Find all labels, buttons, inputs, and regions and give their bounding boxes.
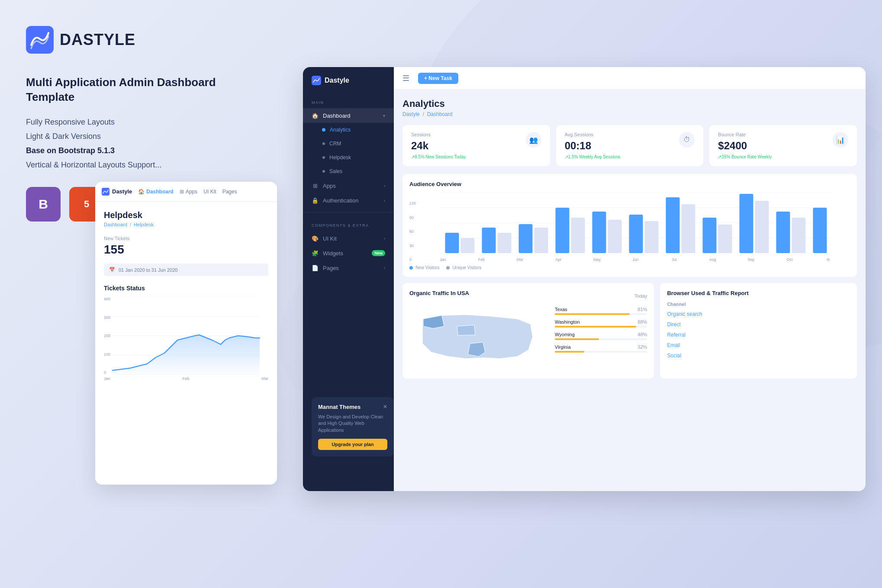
sidebar-divider: [303, 212, 394, 212]
map-container: Texas 81% Washington 88%: [409, 307, 647, 372]
svg-rect-12: [482, 228, 496, 253]
main-dashboard-mockup: Dastyle MAIN 🏠 Dashboard ▾ Analytics CRM…: [303, 67, 866, 491]
hd-nav-uikit[interactable]: UI Kit: [203, 189, 216, 195]
browser-traffic-card: Browser Used & Traffic Report Channel Or…: [660, 283, 857, 379]
sales-bullet: [322, 170, 325, 173]
hd-label-jan: Jan: [104, 376, 110, 381]
new-badge: New: [372, 250, 385, 256]
feature-dark: Light & Dark Versions: [26, 132, 251, 141]
main-content-area: ☰ + New Task Analytics Dastyle / Dashboa…: [394, 67, 866, 491]
sidebar: Dastyle MAIN 🏠 Dashboard ▾ Analytics CRM…: [303, 67, 394, 491]
channel-direct[interactable]: Direct: [667, 321, 850, 328]
pages-icon: 📄: [312, 264, 319, 271]
avg-label: Avg.Sessions: [565, 132, 621, 137]
today-dropdown[interactable]: Today: [634, 293, 647, 299]
sidebar-item-analytics[interactable]: Analytics: [303, 123, 394, 137]
channel-referral[interactable]: Referral: [667, 332, 850, 338]
channel-organic[interactable]: Organic search: [667, 311, 850, 317]
tagline: Multi Application Admin Dashboard Templa…: [26, 75, 251, 105]
analytics-bullet: [322, 128, 325, 132]
hd-chart-x-labels: Jan Feb Mar: [104, 376, 268, 381]
svg-rect-29: [792, 218, 806, 253]
sidebar-item-pages[interactable]: 📄 Pages ›: [303, 260, 394, 275]
sidebar-item-auth[interactable]: 🔒 Authentication ›: [303, 193, 394, 208]
label-oct: Oct: [772, 257, 807, 262]
hd-y-axis: 400 300 200 100 0: [104, 297, 110, 375]
sidebar-item-dashboard[interactable]: 🏠 Dashboard ▾: [303, 108, 394, 123]
texas-bar: [555, 313, 630, 315]
legend-unique: Unique Visitors: [446, 265, 481, 270]
tickets-line-chart: 400 300 200 100 0: [104, 297, 268, 383]
feature-list: Fully Responsive Layouts Light & Dark Ve…: [26, 118, 251, 170]
svg-rect-28: [776, 212, 790, 253]
audience-chart-card: Audience Overview 120 90 60 30 0: [402, 174, 857, 277]
auth-icon: 🔒: [312, 197, 319, 204]
bar-chart-labels: Jan Feb Mar Apr May Jun Jul Aug Sep Oct …: [421, 255, 850, 262]
sessions-label: Sessions: [411, 132, 466, 137]
calendar-icon: 📅: [109, 267, 115, 273]
dastyle-logo-icon: [26, 26, 54, 54]
channel-email[interactable]: Email: [667, 342, 850, 348]
crm-bullet: [322, 142, 325, 145]
label-sep: Sep: [734, 257, 769, 262]
upgrade-description: We Design and Develop Clean and High Qua…: [318, 414, 387, 434]
svg-rect-22: [666, 197, 680, 253]
bounce-label: Bounce Rate: [718, 132, 772, 137]
y-90: 90: [409, 215, 416, 220]
widgets-icon: 🧩: [312, 250, 319, 257]
label-feb: Feb: [464, 257, 499, 262]
state-washington: Washington 88%: [555, 319, 647, 328]
upgrade-close-icon[interactable]: ✕: [383, 404, 387, 410]
state-wyoming: Wyoming 48%: [555, 332, 647, 340]
sidebar-logo-text: Dastyle: [325, 77, 349, 84]
chart-legend: New Visitors Unique Visitors: [409, 265, 850, 270]
new-tickets-label: New Tickets: [104, 236, 268, 241]
bar-chart-svg: [421, 193, 850, 253]
hd-dashboard-icon: 🏠: [138, 189, 145, 195]
channel-social[interactable]: Social: [667, 353, 850, 359]
svg-rect-11: [461, 238, 475, 253]
feature-layouts: Vertical & Horizontal Layouts Support...: [26, 161, 251, 170]
upgrade-button[interactable]: Upgrade your plan: [318, 439, 387, 450]
page-title: Analytics: [402, 98, 857, 109]
label-mar: Mar: [502, 257, 538, 262]
svg-rect-30: [813, 208, 827, 253]
map-card-header: Organic Traffic In USA Today: [409, 290, 647, 302]
sidebar-item-uikit[interactable]: 🎨 UI Kit ›: [303, 231, 394, 246]
hd-nav-apps[interactable]: ⊞ Apps: [180, 189, 197, 195]
sidebar-item-widgets[interactable]: 🧩 Widgets New: [303, 246, 394, 260]
washington-bar: [555, 326, 636, 328]
top-navigation: ☰ + New Task: [394, 67, 866, 90]
svg-rect-19: [608, 220, 622, 253]
sessions-card: Sessions 24k ↗8.5% New Sessions Today 👥: [402, 125, 550, 166]
map-title: Organic Traffic In USA: [409, 290, 469, 296]
upgrade-title: Mannat Themes: [318, 404, 361, 410]
bootstrap-icon: B: [26, 187, 61, 222]
sidebar-item-apps[interactable]: ⊞ Apps ›: [303, 178, 394, 193]
feature-responsive: Fully Responsive Layouts: [26, 118, 251, 127]
svg-rect-17: [571, 218, 585, 253]
helpdesk-content: Helpdesk Dashboard / Helpdesk New Ticket…: [95, 202, 277, 392]
hamburger-icon[interactable]: ☰: [402, 74, 409, 83]
hd-nav-pages[interactable]: Pages: [222, 189, 237, 195]
y-60: 60: [409, 229, 416, 234]
virginia-bar: [555, 351, 584, 353]
bounce-card: Bounce Rate $2400 ↗35% Bounce Rate Weekl…: [709, 125, 857, 166]
avg-sessions-card: Avg.Sessions 00:18 ↗1.5% Weekly Avg Sess…: [556, 125, 704, 166]
svg-rect-15: [534, 228, 548, 253]
hd-logo-text: Dastyle: [112, 188, 132, 195]
stats-cards-row: Sessions 24k ↗8.5% New Sessions Today 👥 …: [402, 125, 857, 166]
sidebar-item-helpdesk[interactable]: Helpdesk: [303, 151, 394, 164]
new-visitors-dot: [409, 266, 413, 270]
organic-traffic-card: Organic Traffic In USA Today: [402, 283, 654, 379]
sidebar-item-crm[interactable]: CRM: [303, 137, 394, 151]
hd-nav-dashboard[interactable]: 🏠 Dashboard: [138, 189, 174, 195]
channel-list: Organic search Direct Referral Email Soc…: [667, 311, 850, 359]
new-task-button[interactable]: + New Task: [418, 73, 458, 84]
svg-rect-27: [755, 201, 769, 253]
logo-area: DASTYLE: [26, 26, 251, 54]
sidebar-item-sales[interactable]: Sales: [303, 164, 394, 178]
sessions-change: ↗8.5% New Sessions Today: [411, 154, 466, 159]
svg-rect-25: [718, 225, 732, 253]
channel-header: Channel: [667, 302, 850, 307]
